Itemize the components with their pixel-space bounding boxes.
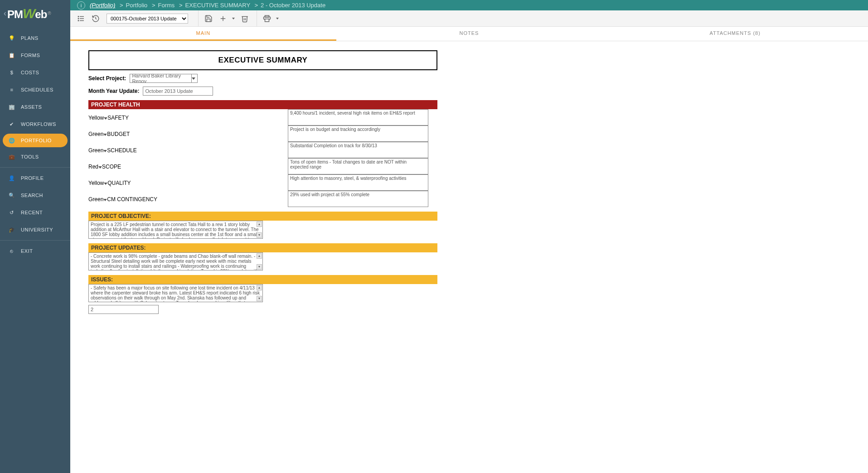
select-project-label: Select Project:	[88, 75, 126, 82]
month-year-label: Month Year Update:	[88, 88, 139, 94]
health-label: BUDGET	[107, 131, 130, 137]
building-icon: 🏢	[6, 104, 17, 110]
breadcrumb-root[interactable]: (Portfolio)	[90, 2, 115, 9]
nav-portfolio[interactable]: 🌐PORTFOLIO	[3, 134, 68, 147]
user-icon: 👤	[6, 175, 17, 181]
section-objective: PROJECT OBJECTIVE:	[88, 212, 437, 221]
bars-icon: ≡	[6, 87, 17, 92]
breadcrumb-part[interactable]: Forms	[158, 2, 175, 9]
history-icon: ↺	[6, 210, 17, 216]
select-project-combo[interactable]: Harvard Baker Library Renov	[130, 74, 198, 83]
health-label: SCOPE	[102, 164, 121, 170]
nav-costs[interactable]: $COSTS	[0, 64, 70, 81]
history-icon[interactable]	[89, 12, 102, 25]
health-label: SAFETY	[107, 115, 129, 121]
search-icon: 🔍	[6, 193, 17, 198]
scroll-up-icon[interactable]: ▲	[257, 253, 262, 259]
print-icon[interactable]	[261, 12, 273, 25]
clipboard-icon: 📋	[6, 53, 17, 58]
scroll-up-icon[interactable]: ▲	[257, 222, 262, 227]
check-icon: ✔	[6, 121, 17, 127]
nav-profile[interactable]: 👤PROFILE	[0, 169, 70, 187]
logo: ‹ PMWeb®	[0, 0, 70, 27]
page-number-input[interactable]	[88, 305, 159, 314]
health-desc[interactable]: High attention to masonry, steel, & wate…	[288, 174, 428, 191]
objective-text[interactable]: Project is a 225 LF pedestrian tunnel to…	[88, 221, 263, 239]
scroll-down-icon[interactable]: ▼	[257, 296, 262, 301]
sidebar: ‹ PMWeb® 💡PLANS 📋FORMS $COSTS ≡SCHEDULES…	[0, 0, 70, 323]
breadcrumb-part[interactable]: Portfolio	[126, 2, 148, 9]
health-status-combo[interactable]: Yellow	[88, 115, 107, 121]
scroll-down-icon[interactable]: ▼	[257, 232, 262, 238]
issues-text[interactable]: - Safety has been a major focus on site …	[88, 284, 263, 302]
tab-attachments[interactable]: ATTACHMENTS (8)	[602, 27, 868, 41]
nav-exit[interactable]: ⎋EXIT	[0, 242, 70, 260]
nav-assets[interactable]: 🏢ASSETS	[0, 98, 70, 116]
print-dropdown[interactable]	[276, 18, 279, 19]
health-desc[interactable]: 29% used with project at 55% complete	[288, 191, 428, 207]
nav-plans[interactable]: 💡PLANS	[0, 29, 70, 47]
health-status-combo[interactable]: Green	[88, 147, 107, 154]
nav-university[interactable]: 🎓UNIVERSITY	[0, 221, 70, 238]
briefcase-icon: 💼	[6, 154, 17, 160]
tab-notes[interactable]: NOTES	[336, 27, 602, 41]
month-year-input[interactable]	[143, 87, 213, 96]
scroll-down-icon[interactable]: ▼	[257, 264, 262, 270]
tabs: MAIN NOTES ATTACHMENTS (8)	[70, 27, 868, 41]
section-project-health: PROJECT HEALTH	[88, 100, 437, 109]
health-status-combo[interactable]: Green	[88, 196, 107, 203]
graduation-icon: 🎓	[6, 227, 17, 233]
health-status-combo[interactable]: Red	[88, 164, 102, 170]
nav-search[interactable]: 🔍SEARCH	[0, 187, 70, 204]
health-label: SCHEDULE	[107, 147, 136, 154]
health-desc[interactable]: 9,400 hours/1 incident, several high ris…	[288, 109, 428, 125]
lightbulb-icon: 💡	[6, 35, 17, 41]
save-icon[interactable]	[202, 12, 215, 25]
section-issues: ISSUES:	[88, 275, 437, 284]
toolbar: 000175-October 2013 Update	[0, 10, 868, 27]
exit-icon: ⎋	[6, 248, 17, 254]
nav-schedules[interactable]: ≡SCHEDULES	[0, 81, 70, 98]
health-status-combo[interactable]: Yellow	[88, 180, 107, 186]
svg-rect-11	[265, 19, 269, 21]
svg-point-4	[78, 18, 79, 19]
record-selector[interactable]: 000175-October 2013 Update	[107, 14, 188, 24]
svg-point-5	[78, 20, 79, 21]
health-desc[interactable]: Substantial Completion on track for 8/30…	[288, 142, 428, 158]
updates-text[interactable]: - Concrete work is 98% complete - grade …	[88, 252, 263, 270]
main-content: EXECUTIVE SUMMARY Select Project: Harvar…	[79, 41, 868, 323]
health-status-combo[interactable]: Green	[88, 131, 107, 137]
add-icon[interactable]	[217, 12, 229, 25]
nav-recent[interactable]: ↺RECENT	[0, 204, 70, 221]
section-updates: PROJECT UPDATES:	[88, 243, 437, 252]
nav-forms[interactable]: 📋FORMS	[0, 47, 70, 64]
breadcrumb-part[interactable]: EXECUTIVE SUMMARY	[185, 2, 250, 9]
globe-icon: 🌐	[6, 138, 17, 144]
health-desc[interactable]: Project is on budget and tracking accord…	[288, 125, 428, 142]
scroll-up-icon[interactable]: ▲	[257, 285, 262, 290]
delete-icon[interactable]	[238, 12, 251, 25]
info-icon[interactable]: i	[77, 1, 85, 10]
add-dropdown[interactable]	[232, 18, 235, 19]
health-label: QUALITY	[107, 180, 131, 186]
tab-main[interactable]: MAIN	[70, 27, 336, 41]
health-desc[interactable]: Tons of open items - Total changes to da…	[288, 158, 428, 174]
health-label: CM CONTINGENCY	[107, 196, 157, 203]
nav-workflows[interactable]: ✔WORKFLOWS	[0, 116, 70, 133]
form-title: EXECUTIVE SUMMARY	[88, 50, 437, 70]
list-icon[interactable]	[75, 12, 87, 25]
dollar-icon: $	[6, 70, 17, 75]
breadcrumb-part: 2 - October 2013 Update	[261, 2, 325, 9]
breadcrumb-bar: i (Portfolio) >Portfolio >Forms >EXECUTI…	[0, 0, 868, 10]
nav-tools[interactable]: 💼TOOLS	[0, 148, 70, 165]
svg-point-3	[78, 16, 79, 17]
